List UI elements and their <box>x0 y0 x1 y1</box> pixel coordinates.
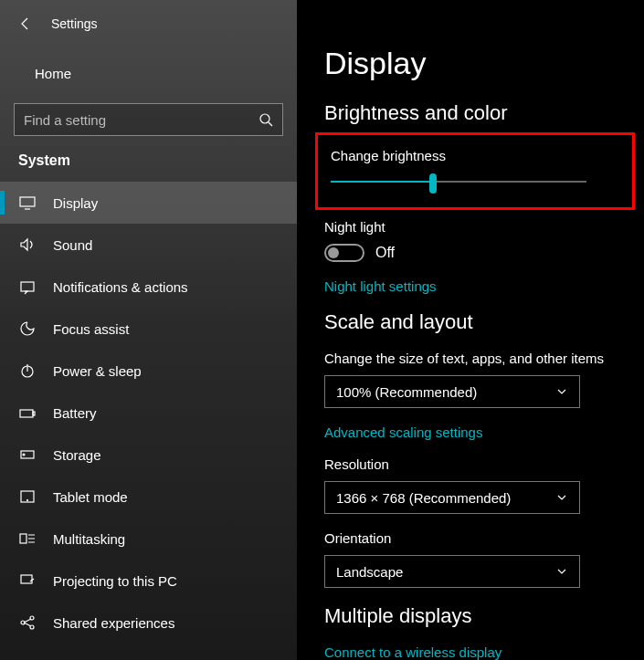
sidebar-item-label: Multitasking <box>53 531 125 547</box>
home-label: Home <box>35 66 71 81</box>
svg-point-7 <box>23 454 25 456</box>
multitask-icon <box>18 529 37 548</box>
notification-icon <box>18 278 37 296</box>
settings-sidebar: Settings Home System Display Sound Notif… <box>0 0 297 660</box>
focus-icon <box>18 320 37 338</box>
sidebar-item-power[interactable]: Power & sleep <box>0 350 297 392</box>
svg-point-9 <box>27 500 28 501</box>
slider-fill <box>331 181 433 183</box>
storage-icon <box>18 445 37 464</box>
sidebar-item-label: Projecting to this PC <box>53 573 177 589</box>
svg-rect-10 <box>20 534 26 543</box>
orientation-value: Landscape <box>336 564 403 580</box>
back-button[interactable] <box>18 16 33 31</box>
brightness-slider[interactable] <box>331 173 586 191</box>
sidebar-item-label: Notifications & actions <box>53 279 188 295</box>
section-brightness: Brightness and color <box>324 101 626 125</box>
power-icon <box>18 361 37 380</box>
svg-rect-5 <box>33 412 35 415</box>
sidebar-item-projecting[interactable]: Projecting to this PC <box>0 560 297 602</box>
search-icon <box>259 112 273 127</box>
resolution-value: 1366 × 768 (Recommended) <box>336 490 511 506</box>
app-title: Settings <box>51 16 98 31</box>
chevron-down-icon <box>555 491 568 504</box>
sidebar-item-label: Power & sleep <box>53 363 142 379</box>
home-button[interactable]: Home <box>0 55 297 92</box>
slider-thumb[interactable] <box>429 173 437 194</box>
brightness-label: Change brightness <box>331 148 619 163</box>
svg-rect-4 <box>20 410 33 417</box>
sidebar-item-tablet[interactable]: Tablet mode <box>0 476 297 518</box>
sidebar-item-label: Battery <box>53 405 97 421</box>
sidebar-item-label: Tablet mode <box>53 489 128 505</box>
sound-icon <box>18 236 37 254</box>
sidebar-item-battery[interactable]: Battery <box>0 392 297 434</box>
svg-rect-11 <box>21 575 32 583</box>
sidebar-item-notifications[interactable]: Notifications & actions <box>0 266 297 308</box>
page-title: Display <box>324 46 626 81</box>
sidebar-item-label: Shared experiences <box>53 615 174 631</box>
section-scale: Scale and layout <box>324 310 626 334</box>
svg-rect-2 <box>21 282 34 291</box>
sidebar-item-focus[interactable]: Focus assist <box>0 308 297 350</box>
sidebar-item-display[interactable]: Display <box>0 182 297 224</box>
night-light-state: Off <box>375 245 395 261</box>
tablet-icon <box>18 487 37 506</box>
svg-point-0 <box>260 114 269 123</box>
sidebar-item-multitask[interactable]: Multitasking <box>0 518 297 560</box>
wireless-display-link[interactable]: Connect to a wireless display <box>324 644 626 660</box>
sidebar-item-sound[interactable]: Sound <box>0 224 297 266</box>
section-multiple: Multiple displays <box>324 604 626 628</box>
night-light-settings-link[interactable]: Night light settings <box>324 278 626 294</box>
svg-point-13 <box>30 616 34 620</box>
sidebar-item-storage[interactable]: Storage <box>0 434 297 476</box>
brightness-highlight: Change brightness <box>315 132 635 210</box>
scale-dropdown[interactable]: 100% (Recommended) <box>324 375 580 408</box>
resolution-dropdown[interactable]: 1366 × 768 (Recommended) <box>324 481 580 514</box>
advanced-scaling-link[interactable]: Advanced scaling settings <box>324 424 626 440</box>
orientation-label: Orientation <box>324 530 626 546</box>
chevron-down-icon <box>555 565 568 578</box>
main-content: Display Brightness and color Change brig… <box>297 0 644 660</box>
sidebar-item-shared[interactable]: Shared experiences <box>0 602 297 644</box>
sidebar-item-label: Storage <box>53 447 101 463</box>
search-input[interactable] <box>24 112 259 128</box>
svg-rect-1 <box>20 197 35 206</box>
sidebar-item-label: Display <box>53 195 98 211</box>
search-box[interactable] <box>14 103 283 136</box>
share-icon <box>18 613 37 632</box>
svg-point-14 <box>30 625 34 629</box>
toggle-knob <box>328 247 339 258</box>
sidebar-item-label: Sound <box>53 237 92 253</box>
project-icon <box>18 571 37 590</box>
scale-value: 100% (Recommended) <box>336 384 477 400</box>
sidebar-category: System <box>0 136 297 182</box>
scale-label: Change the size of text, apps, and other… <box>324 351 626 366</box>
display-icon <box>18 194 37 212</box>
resolution-label: Resolution <box>324 456 626 472</box>
battery-icon <box>18 403 37 422</box>
orientation-dropdown[interactable]: Landscape <box>324 555 580 588</box>
sidebar-item-label: Focus assist <box>53 321 129 337</box>
night-light-toggle[interactable] <box>324 244 364 262</box>
night-light-label: Night light <box>324 219 626 235</box>
chevron-down-icon <box>555 385 568 398</box>
